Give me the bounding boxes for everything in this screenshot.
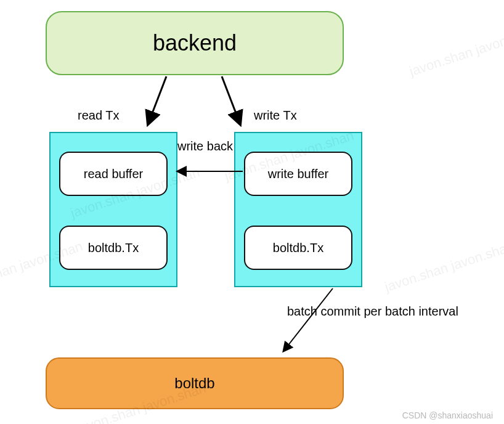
node-read-boltdb-tx-label: boltdb.Tx: [88, 241, 139, 255]
panel-read-tx: read buffer boltdb.Tx: [49, 132, 177, 287]
node-boltdb: boltdb: [46, 357, 344, 409]
node-read-buffer: read buffer: [59, 152, 168, 196]
arrow-batch-commit: [283, 288, 333, 351]
arrow-backend-to-write: [222, 76, 240, 124]
attribution-text: CSDN @shanxiaoshuai: [402, 410, 493, 420]
node-write-buffer-label: write buffer: [268, 167, 329, 181]
panel-write-tx: write buffer boltdb.Tx: [234, 132, 362, 287]
node-backend-label: backend: [153, 30, 237, 56]
node-write-buffer: write buffer: [244, 152, 352, 196]
edge-label-write-tx: write Tx: [254, 108, 297, 123]
arrow-backend-to-read: [148, 76, 166, 124]
node-write-boltdb-tx-label: boltdb.Tx: [273, 241, 323, 255]
watermark-text: javon.shan javon.shan: [407, 23, 504, 80]
node-write-boltdb-tx: boltdb.Tx: [244, 226, 352, 270]
edge-label-write-back: write back: [177, 139, 233, 153]
node-backend: backend: [46, 11, 344, 75]
watermark-text: javon.shan javon.shan: [383, 238, 504, 295]
edge-label-read-tx: read Tx: [78, 108, 119, 123]
node-boltdb-label: boltdb: [174, 375, 214, 392]
node-read-boltdb-tx: boltdb.Tx: [59, 226, 168, 270]
node-read-buffer-label: read buffer: [84, 167, 143, 181]
edge-label-batch-commit: batch commit per batch interval: [287, 304, 458, 319]
